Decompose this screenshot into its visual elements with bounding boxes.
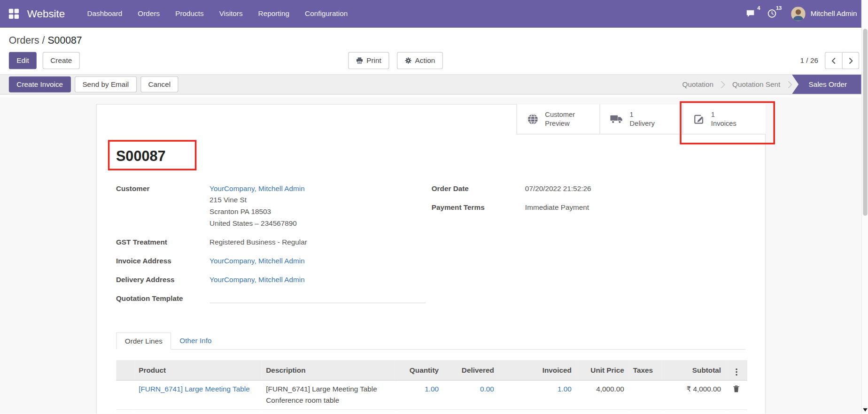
apps-grid-icon[interactable] xyxy=(9,8,19,18)
column-invoiced[interactable]: Invoiced xyxy=(498,360,576,380)
breadcrumb-current: S00087 xyxy=(47,35,82,46)
chevron-right-icon xyxy=(848,57,852,64)
trash-icon xyxy=(733,385,739,393)
column-taxes[interactable]: Taxes xyxy=(628,360,662,380)
field-delivery-address: Delivery Address YourCompany, Mitchell A… xyxy=(116,274,432,285)
customer-address-line: Scranton PA 18503 xyxy=(209,206,305,217)
column-delivered[interactable]: Delivered xyxy=(443,360,498,380)
order-date-label: Order Date xyxy=(432,183,525,194)
menu-products[interactable]: Products xyxy=(168,0,211,27)
tab-other-info[interactable]: Other Info xyxy=(171,332,220,349)
print-button[interactable]: Print xyxy=(348,52,389,69)
cp-left-buttons: Edit Create xyxy=(9,52,84,69)
menu-reporting[interactable]: Reporting xyxy=(250,0,297,27)
statusbar-row: Create Invoice Send by Email Cancel Quot… xyxy=(0,74,868,95)
stat-button-box: Customer Preview 1 Delivery xyxy=(516,104,765,135)
invoiced-cell: 1.00 xyxy=(498,380,576,409)
messages-badge: 4 xyxy=(757,5,760,11)
create-invoice-button[interactable]: Create Invoice xyxy=(9,77,71,92)
order-lines-table: Product Description Quantity Delivered I… xyxy=(116,360,747,410)
cancel-button[interactable]: Cancel xyxy=(140,77,178,92)
product-link[interactable]: [FURN_6741] Large Meeting Table xyxy=(139,385,249,393)
field-order-date: Order Date 07/20/2022 21:52:26 xyxy=(432,183,745,194)
field-gst-treatment: GST Treatment Registered Business - Regu… xyxy=(116,236,432,248)
form-view: Customer Preview 1 Delivery xyxy=(0,97,861,414)
unit-price-cell: 4,000.00 xyxy=(576,380,628,409)
delete-line-button[interactable] xyxy=(732,384,741,396)
printer-icon xyxy=(356,57,363,64)
column-description[interactable]: Description xyxy=(262,360,395,380)
order-line-row[interactable]: [FURN_6741] Large Meeting Table [FURN_67… xyxy=(116,380,747,409)
user-name: Mitchell Admin xyxy=(811,9,857,18)
status-step-sales-order[interactable]: Sales Order xyxy=(792,75,861,94)
optional-columns-toggle-icon[interactable] xyxy=(733,368,739,377)
vertical-scrollbar[interactable] xyxy=(861,0,868,414)
menu-orders[interactable]: Orders xyxy=(130,0,168,27)
truck-icon xyxy=(610,114,623,124)
user-menu[interactable]: Mitchell Admin xyxy=(791,7,857,21)
column-product[interactable]: Product xyxy=(134,360,262,380)
pager: 1 / 26 xyxy=(800,52,860,69)
description-line-1: [FURN_6741] Large Meeting Table xyxy=(266,384,390,395)
customer-label: Customer xyxy=(116,183,209,229)
status-step-quotation[interactable]: Quotation xyxy=(675,75,721,94)
chevron-left-icon xyxy=(831,57,836,64)
scrollbar-thumb[interactable] xyxy=(863,29,867,215)
field-invoice-address: Invoice Address YourCompany, Mitchell Ad… xyxy=(116,255,432,267)
invoice-address-label: Invoice Address xyxy=(116,255,209,267)
clock-icon xyxy=(767,9,777,18)
gst-treatment-value: Registered Business - Regular xyxy=(209,236,307,248)
invoice-address-link[interactable]: YourCompany, Mitchell Admin xyxy=(209,257,305,265)
top-navbar: Website Dashboard Orders Products Visito… xyxy=(0,0,868,28)
column-subtotal[interactable]: Subtotal xyxy=(662,360,726,380)
main-menu: Dashboard Orders Products Visitors Repor… xyxy=(79,0,356,27)
row-handle-cell xyxy=(116,380,134,409)
field-payment-terms: Payment Terms Immediate Payment xyxy=(432,201,745,213)
messages-button[interactable]: 4 xyxy=(746,9,755,18)
status-step-quotation-sent[interactable]: Quotation Sent xyxy=(725,75,788,94)
table-header-row: Product Description Quantity Delivered I… xyxy=(116,360,747,380)
breadcrumb-orders[interactable]: Orders xyxy=(9,35,39,46)
send-by-email-button[interactable]: Send by Email xyxy=(75,77,137,92)
description-line-2: Conference room table xyxy=(266,395,390,406)
edit-button[interactable]: Edit xyxy=(9,52,37,69)
tab-order-lines[interactable]: Order Lines xyxy=(116,332,171,350)
action-button[interactable]: Action xyxy=(397,52,443,69)
quotation-template-value[interactable] xyxy=(209,292,426,303)
customer-address-line: United States – 234567890 xyxy=(209,217,305,229)
quotation-template-label: Quotation Template xyxy=(116,292,209,304)
order-date-value: 07/20/2022 21:52:26 xyxy=(525,183,591,194)
activities-button[interactable]: 13 xyxy=(767,9,777,18)
delivery-stat-button[interactable]: 1 Delivery xyxy=(599,104,682,135)
menu-visitors[interactable]: Visitors xyxy=(211,0,250,27)
user-avatar xyxy=(791,7,806,21)
handle-column-header xyxy=(116,360,134,380)
field-groups: Customer YourCompany, Mitchell Admin 215… xyxy=(116,183,745,312)
create-button[interactable]: Create xyxy=(43,52,80,69)
pager-previous-button[interactable] xyxy=(825,52,842,69)
list-add-links: Add a product Add a section Add a note xyxy=(116,410,745,414)
taxes-cell xyxy=(628,380,662,409)
customer-link[interactable]: YourCompany, Mitchell Admin xyxy=(209,184,305,192)
app-title[interactable]: Website xyxy=(27,8,65,20)
breadcrumb-separator: / xyxy=(42,35,45,46)
field-customer: Customer YourCompany, Mitchell Admin 215… xyxy=(116,183,432,229)
scrollbar-down-arrow-icon[interactable] xyxy=(863,408,867,412)
quantity-cell: 1.00 xyxy=(395,380,443,409)
customer-preview-button[interactable]: Customer Preview xyxy=(516,104,599,135)
column-unit-price[interactable]: Unit Price xyxy=(576,360,628,380)
cp-center-buttons: Print Action xyxy=(348,52,450,69)
column-quantity[interactable]: Quantity xyxy=(395,360,443,380)
status-separator-icon xyxy=(788,75,792,94)
subtotal-cell: ₹ 4,000.00 xyxy=(662,380,726,409)
delivery-address-label: Delivery Address xyxy=(116,274,209,285)
order-reference-title: S00087 xyxy=(116,147,745,165)
invoices-stat-button[interactable]: 1 Invoices xyxy=(682,104,766,135)
menu-dashboard[interactable]: Dashboard xyxy=(79,0,130,27)
payment-terms-value: Immediate Payment xyxy=(525,201,589,213)
menu-configuration[interactable]: Configuration xyxy=(297,0,356,27)
pager-next-button[interactable] xyxy=(842,52,860,69)
delivery-address-link[interactable]: YourCompany, Mitchell Admin xyxy=(209,276,305,284)
gear-icon xyxy=(404,57,411,64)
description-cell: [FURN_6741] Large Meeting Table Conferen… xyxy=(262,380,395,409)
